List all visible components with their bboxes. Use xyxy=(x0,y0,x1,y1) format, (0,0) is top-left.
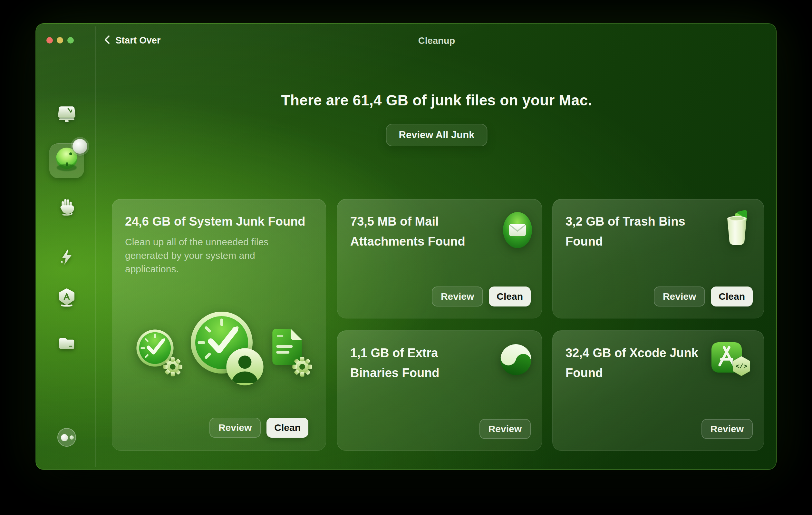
code-hexagon-icon xyxy=(731,354,752,378)
review-button[interactable]: Review xyxy=(654,287,705,307)
sidebar-item-my-mac[interactable] xyxy=(56,105,77,123)
gear-icon xyxy=(163,357,183,377)
start-over-button[interactable]: Start Over xyxy=(104,34,161,46)
page-title: Cleanup xyxy=(372,35,501,46)
clean-button[interactable]: Clean xyxy=(711,287,753,307)
hand-icon xyxy=(57,198,76,216)
clean-button[interactable]: Clean xyxy=(489,287,531,307)
chevron-left-icon xyxy=(104,35,111,46)
appstore-shield-icon xyxy=(57,288,76,309)
clean-button[interactable]: Clean xyxy=(266,418,308,438)
app-window: Start Over Cleanup xyxy=(35,23,777,470)
xcode-icon-group xyxy=(711,340,756,383)
sidebar-divider xyxy=(95,26,96,467)
card-trash-bins: 3,2 GB of Trash Bins Found Review Clean xyxy=(552,199,764,318)
review-all-junk-button[interactable]: Review All Junk xyxy=(386,124,488,146)
sidebar-item-protection[interactable] xyxy=(57,198,76,216)
gear-icon xyxy=(292,356,313,377)
card-title: 3,2 GB of Trash Bins Found xyxy=(566,211,704,251)
yin-yang-icon xyxy=(500,344,532,376)
review-button[interactable]: Review xyxy=(209,418,261,438)
close-window-button[interactable] xyxy=(47,37,53,44)
zoom-window-button[interactable] xyxy=(67,37,74,44)
folder-icon xyxy=(57,335,76,352)
sidebar-item-cleanup-selected[interactable] xyxy=(49,143,84,178)
bubbles-icon xyxy=(61,434,68,441)
mac-disk-icon xyxy=(56,105,77,123)
card-description: Clean up all of the unneeded files gener… xyxy=(125,235,288,276)
junk-summary-headline: There are 61,4 GB of junk files on your … xyxy=(163,91,710,109)
user-badge-icon xyxy=(226,347,264,386)
lightning-icon xyxy=(58,247,76,266)
mail-envelope-icon xyxy=(503,212,532,248)
start-over-label: Start Over xyxy=(115,35,161,46)
desktop-background: Start Over Cleanup xyxy=(0,0,812,515)
minimize-window-button[interactable] xyxy=(57,37,63,44)
card-system-junk: 24,6 GB of System Junk Found Clean up al… xyxy=(112,199,326,451)
card-title: 32,4 GB of Xcode Junk Found xyxy=(566,343,704,383)
review-button[interactable]: Review xyxy=(432,287,483,307)
cleanup-orb-shadow xyxy=(57,164,77,171)
review-button[interactable]: Review xyxy=(701,419,753,439)
sidebar-item-applications[interactable] xyxy=(57,288,76,309)
bubbles-icon-small xyxy=(69,435,74,439)
review-button[interactable]: Review xyxy=(480,419,531,439)
card-xcode-junk: 32,4 GB of Xcode Junk Found Review xyxy=(552,330,764,451)
card-title: 1,1 GB of Extra Binaries Found xyxy=(350,343,489,383)
card-mail-attachments: 73,5 MB of Mail Attachments Found Review… xyxy=(337,199,542,318)
notification-orb-badge xyxy=(72,139,87,154)
card-title: 24,6 GB of System Junk Found xyxy=(125,211,318,231)
trash-bin-icon xyxy=(722,209,752,246)
card-title: 73,5 MB of Mail Attachments Found xyxy=(350,211,489,251)
assistant-avatar[interactable] xyxy=(57,428,76,447)
card-extra-binaries: 1,1 GB of Extra Binaries Found Review xyxy=(337,330,542,451)
sidebar-item-my-clutter[interactable] xyxy=(57,335,76,352)
sidebar-item-performance[interactable] xyxy=(58,247,76,266)
